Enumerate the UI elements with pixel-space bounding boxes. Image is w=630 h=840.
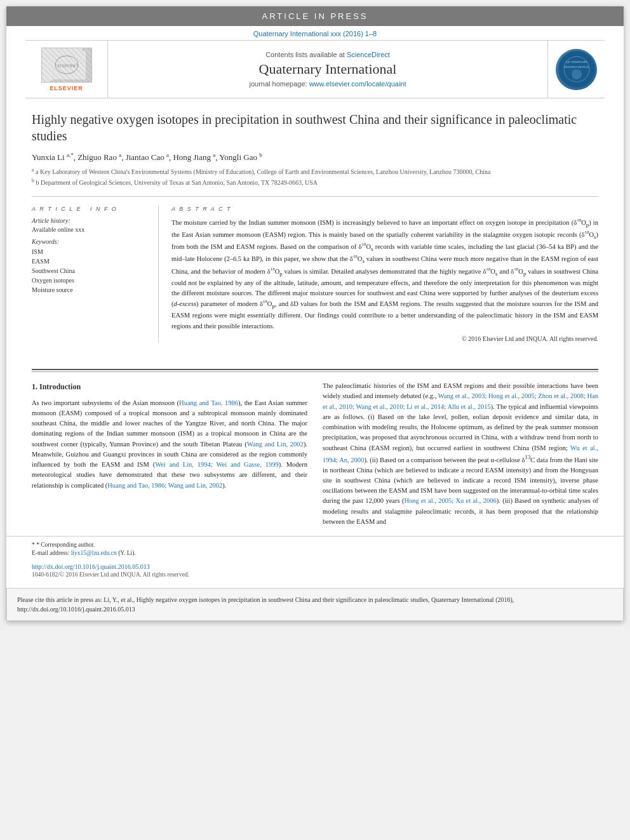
body-separator [32, 369, 598, 370]
article-title: Highly negative oxygen isotopes in preci… [32, 111, 598, 144]
corresponding-text: * Corresponding author. [36, 542, 95, 548]
authors: Yunxia Li a,*, Zhiguo Rao a, Jiantao Cao… [32, 152, 598, 163]
journal-title-header: Quaternary International [259, 61, 397, 77]
contents-line: Contents lists available at ScienceDirec… [265, 51, 390, 58]
article-info-heading: A R T I C L E I N F O [32, 206, 149, 212]
keywords-list: ISM EASM Southwest China Oxygen isotopes… [32, 247, 149, 295]
elsevier-logo: ELSEVIER ELSEVIER [25, 41, 108, 98]
email-line: E-mail address: liyx15@lzu.edu.cn (Y. Li… [32, 550, 598, 556]
abstract-col: A B S T R A C T The moisture carried by … [171, 206, 598, 342]
journal-center: Contents lists available at ScienceDirec… [108, 41, 547, 98]
ref-wang-2003[interactable]: Wang et al., 2003; Hong et al., 2005; Zh… [323, 392, 598, 410]
journal-ref-text: Quaternary International xxx (2016) 1–8 [253, 30, 377, 37]
page: ARTICLE IN PRESS Quaternary Internationa… [6, 6, 624, 621]
keyword-3: Southwest China [32, 266, 149, 276]
journal-ref: Quaternary International xxx (2016) 1–8 [6, 26, 624, 40]
abstract-text: The moisture carried by the Indian summe… [171, 217, 598, 331]
separator-1 [32, 196, 598, 197]
keyword-4: Oxygen isotopes [32, 276, 149, 285]
doi-link[interactable]: http://dx.doi.org/10.1016/j.quaint.2016.… [32, 563, 150, 570]
journal-homepage: journal homepage: www.elsevier.com/locat… [249, 80, 406, 88]
svg-text:INTERNATIONAL: INTERNATIONAL [564, 65, 589, 69]
keywords-label: Keywords: [32, 238, 149, 245]
ref-wei-lin[interactable]: Wei and Lin, 1994; Wei and Gasse, 1999 [155, 461, 279, 468]
citation-text: Please cite this article in press as: Li… [17, 596, 514, 613]
journal-right-logo: QUATERNARY INTERNATIONAL [547, 41, 605, 98]
journal-header: ELSEVIER ELSEVIER Contents lists availab… [25, 40, 605, 98]
ref-huang-wang[interactable]: Huang and Tao, 1986; Wang and Lin, 2002 [107, 482, 222, 489]
svg-point-8 [572, 69, 582, 79]
aip-banner-text: ARTICLE IN PRESS [262, 11, 368, 21]
ref-wang-lin-2002[interactable]: Wang and Lin, 2002 [247, 441, 304, 448]
affiliation-b: b Department of Geological Sciences, Uni… [36, 179, 318, 186]
abstract-heading-text: A B S T R A C T [171, 206, 232, 212]
svg-point-1 [55, 56, 78, 74]
sciencedirect-link[interactable]: ScienceDirect [347, 51, 390, 58]
svg-text:QUATERNARY: QUATERNARY [566, 60, 587, 63]
section-title-text: Introduction [39, 382, 81, 391]
corresponding-author: * * Corresponding author. [32, 542, 598, 548]
right-logo-image: QUATERNARY INTERNATIONAL [556, 49, 597, 90]
keyword-5: Moisture source [32, 285, 149, 295]
affiliation-a: a Key Laboratory of Western China's Envi… [36, 169, 490, 176]
footnote-star: * [32, 542, 35, 548]
svg-rect-0 [48, 51, 86, 79]
ref-hong-xu[interactable]: Hong et al., 2005; Xu et al., 2006 [404, 497, 496, 504]
article-history-label: Article history: [32, 217, 149, 224]
logo-image: ELSEVIER [41, 48, 92, 83]
aip-banner: ARTICLE IN PRESS [6, 6, 624, 26]
body-left-para: As two important subsystems of the Asian… [32, 398, 307, 491]
body-two-col: 1. Introduction As two important subsyst… [6, 381, 624, 532]
body-right-para: The paleoclimatic histories of the ISM a… [323, 381, 598, 527]
body-separator-thin [32, 371, 598, 372]
issn-line: 1040-6182/© 2016 Elsevier Ltd and INQUA.… [32, 571, 598, 578]
body-right-col: The paleoclimatic histories of the ISM a… [323, 381, 598, 532]
footnote-area: * * Corresponding author. E-mail address… [6, 536, 624, 583]
article-content: Highly negative oxygen isotopes in preci… [6, 98, 624, 363]
abstract-heading: A B S T R A C T [171, 206, 598, 212]
citation-bar: Please cite this article in press as: Li… [6, 588, 624, 621]
email-name: (Y. Li). [118, 550, 136, 556]
article-info-heading-text: A R T I C L E I N F O [32, 206, 117, 212]
section-title: 1. Introduction [32, 381, 307, 393]
email-link[interactable]: liyx15@lzu.edu.cn [71, 550, 117, 556]
email-label: E-mail address: [32, 550, 69, 556]
ref-wu-an[interactable]: Wu et al., 1994; An, 2000 [323, 444, 598, 463]
article-info-col: A R T I C L E I N F O Article history: A… [32, 206, 159, 342]
contents-text: Contents lists available at [265, 51, 345, 58]
body-left-col: 1. Introduction As two important subsyst… [32, 381, 307, 532]
affiliations: a a Key Laboratory of Western China's En… [32, 166, 598, 187]
svg-text:ELSEVIER: ELSEVIER [57, 64, 75, 68]
elsevier-label: ELSEVIER [50, 85, 83, 91]
section-number: 1. [32, 382, 37, 391]
article-history-value: Available online xxx [32, 226, 149, 233]
article-info-abstract: A R T I C L E I N F O Article history: A… [32, 206, 598, 342]
keyword-2: EASM [32, 257, 149, 266]
ref-huang-tao[interactable]: Huang and Tao, 1986 [179, 399, 238, 406]
keyword-1: ISM [32, 247, 149, 257]
homepage-text: journal homepage: [249, 80, 307, 88]
copyright-line: © 2016 Elsevier Ltd and INQUA. All right… [171, 335, 598, 342]
homepage-link[interactable]: www.elsevier.com/locate/quaint [309, 80, 406, 88]
